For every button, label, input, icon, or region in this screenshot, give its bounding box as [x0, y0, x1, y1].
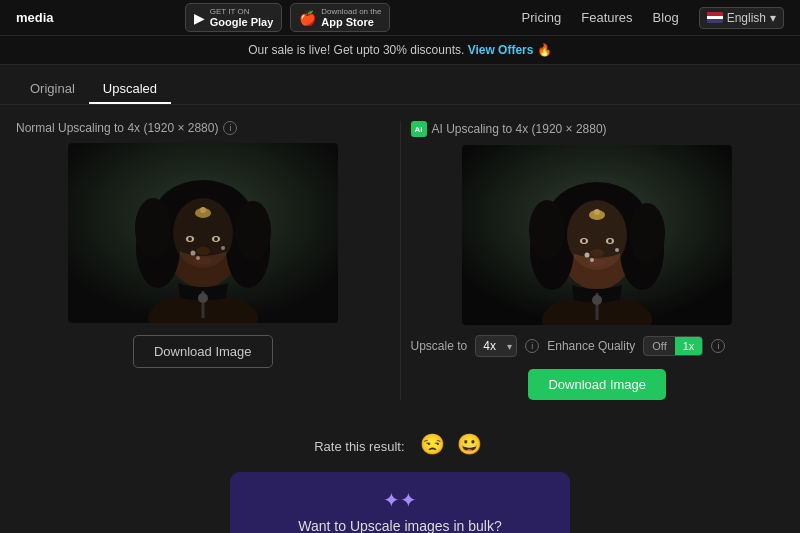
left-panel: Normal Upscaling to 4x (1920 × 2880) i: [16, 121, 390, 400]
tab-upscaled[interactable]: Upscaled: [89, 75, 171, 104]
left-panel-title: Normal Upscaling to 4x (1920 × 2880) i: [16, 121, 237, 135]
left-download-button[interactable]: Download Image: [133, 335, 273, 368]
svg-point-48: [590, 258, 594, 262]
logo-text: media: [16, 10, 54, 25]
chevron-down-icon: ▾: [770, 11, 776, 25]
svg-point-23: [221, 246, 225, 250]
app-store-label: App Store: [321, 16, 381, 28]
flag-icon: [707, 12, 723, 23]
svg-point-8: [135, 198, 171, 258]
fire-icon: 🔥: [537, 43, 552, 57]
rate-bad-button[interactable]: 😒: [420, 432, 445, 456]
panel-divider: [400, 121, 401, 400]
enhance-off-button[interactable]: Off: [644, 337, 674, 355]
info-icon-upscale[interactable]: i: [525, 339, 539, 353]
upscale-select-wrapper: 4x 1x 2x: [475, 335, 517, 357]
svg-point-9: [235, 201, 271, 261]
svg-point-21: [190, 251, 195, 256]
promo-text: Our sale is live! Get upto 30% discounts…: [248, 43, 464, 57]
cta-icon: ✦✦: [260, 488, 540, 512]
google-play-icon: ▶: [194, 10, 205, 26]
right-image: [462, 145, 732, 325]
svg-point-25: [198, 293, 208, 303]
svg-point-35: [629, 203, 665, 263]
header: media ▶ GET IT ON Google Play 🍎 Download…: [0, 0, 800, 36]
cta-title: Want to Upscale images in bulk?: [260, 518, 540, 533]
app-store-badge[interactable]: 🍎 Download on the App Store: [290, 3, 390, 32]
svg-point-34: [529, 200, 565, 260]
right-panel-title: AI AI Upscaling to 4x (1920 × 2880): [411, 121, 607, 137]
enhance-label: Enhance Quality: [547, 339, 635, 353]
google-play-badge[interactable]: ▶ GET IT ON Google Play: [185, 3, 283, 32]
google-play-top: GET IT ON: [210, 7, 274, 16]
google-play-label: Google Play: [210, 16, 274, 28]
main-content: Normal Upscaling to 4x (1920 × 2880) i: [0, 105, 800, 416]
right-image-svg: [462, 145, 732, 325]
view-offers-link[interactable]: View Offers: [468, 43, 534, 57]
language-label: English: [727, 11, 766, 25]
right-panel-controls: Upscale to 4x 1x 2x i Enhance Quality Of…: [411, 335, 726, 357]
app-badges: ▶ GET IT ON Google Play 🍎 Download on th…: [185, 3, 391, 32]
svg-point-22: [196, 256, 200, 260]
nav: Pricing Features Blog English ▾: [522, 7, 784, 29]
rate-good-button[interactable]: 😀: [457, 432, 482, 456]
promo-bar: Our sale is live! Get upto 30% discounts…: [0, 36, 800, 65]
bottom-section: Rate this result: 😒 😀 ✦✦ Want to Upscale…: [0, 416, 800, 533]
app-store-top: Download on the: [321, 7, 381, 16]
svg-point-47: [585, 253, 590, 258]
right-download-button[interactable]: Download Image: [528, 369, 666, 400]
upscale-label: Upscale to: [411, 339, 468, 353]
left-image-svg: [68, 143, 338, 323]
right-panel-title-text: AI Upscaling to 4x (1920 × 2880): [432, 122, 607, 136]
blog-link[interactable]: Blog: [653, 10, 679, 25]
language-selector[interactable]: English ▾: [699, 7, 784, 29]
enhance-toggle-group: Off 1x: [643, 336, 703, 356]
left-panel-title-text: Normal Upscaling to 4x (1920 × 2880): [16, 121, 218, 135]
info-icon-enhance[interactable]: i: [711, 339, 725, 353]
right-panel: AI AI Upscaling to 4x (1920 × 2880): [411, 121, 785, 400]
logo: media: [16, 10, 54, 25]
svg-point-20: [173, 198, 233, 268]
svg-point-49: [615, 248, 619, 252]
svg-point-46: [567, 200, 627, 270]
features-link[interactable]: Features: [581, 10, 632, 25]
info-icon-left[interactable]: i: [223, 121, 237, 135]
cta-section: ✦✦ Want to Upscale images in bulk? Get E…: [230, 472, 570, 533]
rating-section: Rate this result: 😒 😀: [314, 424, 486, 464]
enhance-on-button[interactable]: 1x: [675, 337, 703, 355]
tab-original[interactable]: Original: [16, 75, 89, 104]
tab-bar: Original Upscaled: [0, 65, 800, 105]
upscale-select[interactable]: 4x 1x 2x: [475, 335, 517, 357]
pricing-link[interactable]: Pricing: [522, 10, 562, 25]
apple-icon: 🍎: [299, 10, 316, 26]
ai-badge-icon: AI: [411, 121, 427, 137]
svg-point-51: [592, 295, 602, 305]
rating-label: Rate this result:: [314, 439, 404, 454]
left-image: [68, 143, 338, 323]
